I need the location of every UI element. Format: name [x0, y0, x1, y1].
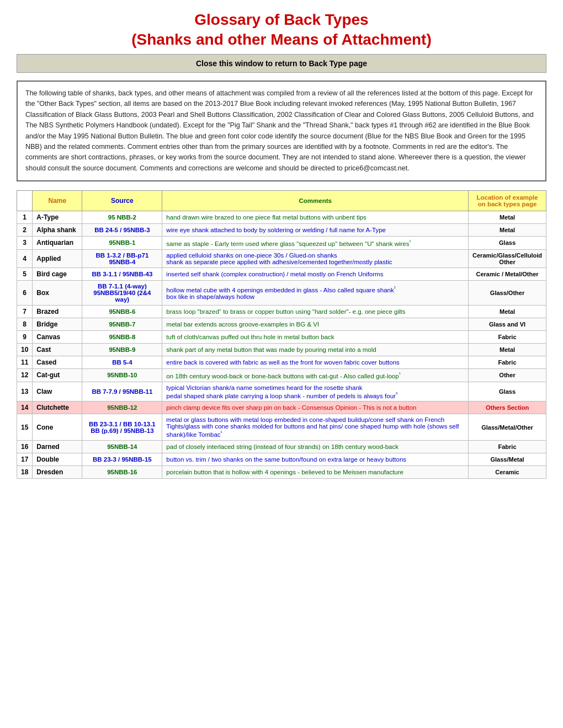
table-row-num: 10: [17, 343, 33, 356]
table-row-comments: porcelain button that is hollow with 4 o…: [162, 466, 469, 479]
table-row-comments: on 18th century wood-back or bone-back b…: [162, 368, 469, 382]
table-row-name: Cat-gut: [33, 368, 82, 382]
table-row-num: 7: [17, 305, 33, 318]
table-row-name: Antiquarian: [33, 237, 82, 250]
table-row-comments: typical Victorian shank/a name sometimes…: [162, 382, 469, 402]
table-row-source: 95NBB-7: [82, 318, 162, 330]
table-row-comments: applied celluloid shanks on one-piece 30…: [162, 249, 469, 267]
table-row-location: Ceramic: [469, 466, 546, 479]
table-row-name: Brazed: [33, 305, 82, 318]
table-row-source: BB 1-3.2 / BB-p7195NBB-4: [82, 249, 162, 267]
intro-text: The following table of shanks, back type…: [17, 81, 546, 181]
table-row-source: BB 23-3.1 / BB 10-13.1BB (p.69) / 95NBB-…: [82, 414, 162, 441]
table-row-num: 15: [17, 414, 33, 441]
table-row-name: Applied: [33, 249, 82, 267]
table-row-name: Clutchette: [33, 402, 82, 414]
table-row-name: Claw: [33, 382, 82, 402]
table-row-source: BB 24-5 / 95NBB-3: [82, 224, 162, 237]
table-row-location: Metal: [469, 211, 546, 224]
table-row-comments: pad of closely interlaced string (instea…: [162, 441, 469, 453]
table-row-location: Ceramic/Glass/CelluloidOther: [469, 249, 546, 267]
glossary-table: Name Source Comments Location of example…: [17, 190, 546, 479]
table-row-location: Fabric: [469, 356, 546, 368]
table-row-source: 95 NBB-2: [82, 211, 162, 224]
table-row-comments: metal bar extends across groove-examples…: [162, 318, 469, 330]
table-row-name: Cone: [33, 414, 82, 441]
table-row-location: Metal: [469, 224, 546, 237]
table-row-name: Dresden: [33, 466, 82, 479]
table-row-name: Alpha shank: [33, 224, 82, 237]
table-row-name: Box: [33, 280, 82, 305]
header-source: Source: [82, 191, 162, 211]
table-row-name: Double: [33, 453, 82, 466]
table-row-location: Metal: [469, 343, 546, 356]
table-row-source: 95NBB-6: [82, 305, 162, 318]
table-row-num: 1: [17, 211, 33, 224]
header-location: Location of example on back types page: [469, 191, 546, 211]
close-bar[interactable]: Close this window to return to Back Type…: [17, 54, 546, 73]
table-row-source: 95NBB-8: [82, 330, 162, 343]
table-row-num: 5: [17, 267, 33, 280]
table-row-name: Cased: [33, 356, 82, 368]
table-row-source: BB 7-7.9 / 95NBB-11: [82, 382, 162, 402]
table-row-location: Glass/Other: [469, 280, 546, 305]
table-row-num: 4: [17, 249, 33, 267]
table-row-comments: wire eye shank attached to body by solde…: [162, 224, 469, 237]
table-row-name: Darned: [33, 441, 82, 453]
table-row-source: 95NBB-14: [82, 441, 162, 453]
header-comments: Comments: [162, 191, 469, 211]
header-num: [17, 191, 33, 211]
table-row-num: 18: [17, 466, 33, 479]
table-row-source: 95NBB-1: [82, 237, 162, 250]
table-row-name: Bird cage: [33, 267, 82, 280]
table-row-location: Others Section: [469, 402, 546, 414]
table-row-num: 8: [17, 318, 33, 330]
table-row-location: Glass/Metal: [469, 453, 546, 466]
table-row-source: 95NBB-10: [82, 368, 162, 382]
table-row-num: 13: [17, 382, 33, 402]
table-row-num: 12: [17, 368, 33, 382]
table-row-comments: hollow metal cube with 4 openings embedd…: [162, 280, 469, 305]
table-row-name: Bridge: [33, 318, 82, 330]
table-row-num: 2: [17, 224, 33, 237]
table-row-comments: brass loop "brazed" to brass or copper b…: [162, 305, 469, 318]
table-row-num: 3: [17, 237, 33, 250]
page-title-line2: (Shanks and other Means of Attachment): [17, 31, 546, 49]
table-row-comments: metal or glass buttons with metal loop e…: [162, 414, 469, 441]
table-row-num: 17: [17, 453, 33, 466]
table-row-comments: pinch clamp device fits over sharp pin o…: [162, 402, 469, 414]
table-row-num: 9: [17, 330, 33, 343]
table-row-source: 95NBB-12: [82, 402, 162, 414]
page-title-line1: Glossary of Back Types: [17, 11, 546, 29]
table-row-name: Cast: [33, 343, 82, 356]
table-row-num: 16: [17, 441, 33, 453]
table-row-location: Glass and VI: [469, 318, 546, 330]
table-row-location: Glass/Metal/Other: [469, 414, 546, 441]
table-row-comments: tuft of cloth/canvas puffed out thru hol…: [162, 330, 469, 343]
table-row-source: 95NBB-9: [82, 343, 162, 356]
table-row-comments: hand drawn wire brazed to one piece flat…: [162, 211, 469, 224]
table-row-comments: button vs. trim / two shanks on the same…: [162, 453, 469, 466]
table-row-name: A-Type: [33, 211, 82, 224]
table-row-comments: inserted self shank (complex constructio…: [162, 267, 469, 280]
table-row-location: Glass: [469, 382, 546, 402]
table-row-location: Fabric: [469, 441, 546, 453]
table-row-source: BB 7-1.1 (4-way)95NBB5/19/40 (2&4 way): [82, 280, 162, 305]
table-row-location: Metal: [469, 305, 546, 318]
table-row-location: Other: [469, 368, 546, 382]
table-row-location: Ceramic / Metal/Other: [469, 267, 546, 280]
table-row-comments: entire back is covered with fabric as we…: [162, 356, 469, 368]
table-row-source: BB 3-1.1 / 95NBB-43: [82, 267, 162, 280]
table-row-num: 11: [17, 356, 33, 368]
table-row-source: BB 5-4: [82, 356, 162, 368]
table-row-num: 6: [17, 280, 33, 305]
table-row-source: BB 23-3 / 95NBB-15: [82, 453, 162, 466]
table-row-name: Canvas: [33, 330, 82, 343]
header-name: Name: [33, 191, 82, 211]
table-row-location: Fabric: [469, 330, 546, 343]
table-row-source: 95NBB-16: [82, 466, 162, 479]
table-row-num: 14: [17, 402, 33, 414]
table-row-location: Glass: [469, 237, 546, 250]
table-row-comments: same as staple - Early term used where g…: [162, 237, 469, 250]
table-row-comments: shank part of any metal button that was …: [162, 343, 469, 356]
